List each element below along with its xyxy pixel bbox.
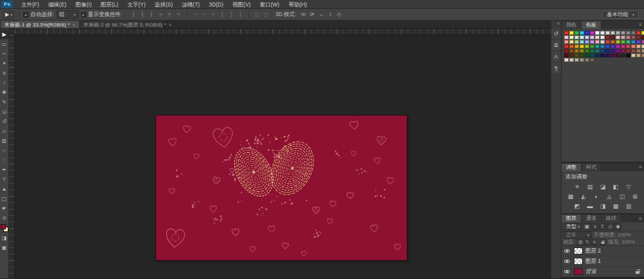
foreground-color-swatch[interactable] <box>1 224 6 229</box>
color-swatch[interactable] <box>595 35 600 39</box>
color-swatch[interactable] <box>585 44 589 48</box>
color-swatch[interactable] <box>621 44 625 48</box>
color-swatch[interactable] <box>585 49 589 53</box>
align-vertical-centers-icon[interactable]: ┿ <box>166 10 174 19</box>
invert-icon[interactable]: ◩ <box>573 202 582 210</box>
history-brush-tool[interactable]: ↺ <box>0 117 8 126</box>
color-swatch[interactable] <box>626 40 630 44</box>
color-swatch[interactable] <box>611 31 615 35</box>
pen-tool[interactable]: ✒ <box>0 165 8 175</box>
color-swatch[interactable] <box>590 58 594 62</box>
clone-stamp-tool[interactable]: ⊔ <box>0 107 8 117</box>
3d-rotate-icon[interactable]: ⟲ <box>299 10 307 19</box>
adjustments-tab-样式[interactable]: 样式 <box>582 164 601 171</box>
color-swatch[interactable] <box>600 40 605 44</box>
color-swatch[interactable] <box>569 53 574 57</box>
exposure-icon[interactable]: ◧ <box>611 182 620 191</box>
color-swatch[interactable] <box>600 31 605 35</box>
color-swatch[interactable] <box>631 49 636 53</box>
panel-menu-icon[interactable]: ≡ <box>639 216 642 222</box>
color-swatch[interactable] <box>636 31 641 35</box>
document-tab-2[interactable]: 未标题-2 @ 66.7%(图层 5, RGB/8) *× <box>80 21 164 28</box>
panel-menu-icon[interactable]: ≡ <box>639 22 642 28</box>
brush-tool[interactable]: ✎ <box>0 97 8 107</box>
menu-item[interactable]: 3D(D) <box>204 0 228 9</box>
screen-mode-button[interactable]: ▣ <box>0 243 8 253</box>
color-swatch[interactable] <box>621 31 625 35</box>
color-swatch[interactable] <box>636 49 641 53</box>
color-swatch[interactable] <box>621 40 625 44</box>
vibrance-icon[interactable]: ▽ <box>624 182 633 191</box>
color-swatch[interactable] <box>631 35 636 39</box>
color-swatch[interactable] <box>641 40 644 44</box>
color-swatch[interactable] <box>641 49 644 53</box>
close-icon[interactable]: × <box>72 22 75 28</box>
color-swatch[interactable] <box>590 53 594 57</box>
color-swatch[interactable] <box>626 35 630 39</box>
lock-transparent-pixels-icon[interactable]: ▨ <box>577 239 583 245</box>
color-swatch[interactable] <box>569 49 574 53</box>
expand-panels-icon[interactable]: « <box>551 21 561 27</box>
align-left-edges-icon[interactable]: ┠ <box>129 10 138 19</box>
color-swatch[interactable] <box>600 44 605 48</box>
photo-filter-icon[interactable]: ◬ <box>605 192 614 200</box>
layers-tab-通道[interactable]: 通道 <box>582 215 601 222</box>
path-selection-tool[interactable]: ▲ <box>0 184 8 194</box>
color-swatch[interactable] <box>574 31 579 35</box>
color-swatch[interactable] <box>564 58 569 62</box>
color-swatch[interactable] <box>580 31 584 35</box>
color-swatch[interactable] <box>621 53 625 57</box>
menu-item[interactable]: 编辑(E) <box>44 0 71 9</box>
app-logo[interactable]: Ps <box>1 1 13 8</box>
auto-blend-icon[interactable]: ◳ <box>262 10 270 19</box>
color-swatch[interactable] <box>590 31 594 35</box>
eraser-tool[interactable]: ▱ <box>0 126 8 136</box>
gradient-tool[interactable]: ▥ <box>0 136 8 146</box>
distribute-vertical-centers-icon[interactable]: ┉ <box>200 10 209 19</box>
color-swatch[interactable] <box>574 40 579 44</box>
color-swatch[interactable] <box>621 35 625 39</box>
color-swatch[interactable] <box>574 44 579 48</box>
color-swatch[interactable] <box>595 53 600 57</box>
posterize-icon[interactable]: ▬ <box>585 202 594 210</box>
color-swatch[interactable] <box>616 53 620 57</box>
menu-item[interactable]: 视图(V) <box>228 0 255 9</box>
document-tab-1[interactable]: 未标题-1 @ 33.3%(RGB/8) *× <box>1 21 80 28</box>
color-swatch[interactable] <box>616 35 620 39</box>
color-swatch[interactable] <box>605 35 610 39</box>
lasso-tool[interactable]: ∽ <box>0 49 8 59</box>
panel-menu-icon[interactable]: ≡ <box>639 164 642 170</box>
align-right-edges-icon[interactable]: ┨ <box>147 10 156 19</box>
color-swatch[interactable] <box>631 53 636 57</box>
color-swatch[interactable] <box>611 49 615 53</box>
crop-tool[interactable]: # <box>0 68 8 78</box>
threshold-icon[interactable]: ◨ <box>598 202 607 210</box>
color-swatch[interactable] <box>600 49 605 53</box>
color-swatch[interactable] <box>641 35 644 39</box>
adjustments-tab-调整[interactable]: 调整 <box>562 164 582 171</box>
color-swatch[interactable] <box>569 44 574 48</box>
color-swatch[interactable] <box>636 40 641 44</box>
visibility-toggle[interactable] <box>564 247 571 255</box>
color-swatch[interactable] <box>636 53 641 57</box>
color-swatch[interactable] <box>595 31 600 35</box>
color-swatch[interactable] <box>641 44 644 48</box>
menu-item[interactable]: 窗口(W) <box>255 0 284 9</box>
paragraph-panel-icon[interactable]: ¶ <box>551 63 561 73</box>
color-balance-icon[interactable]: ◭ <box>579 192 588 200</box>
menu-item[interactable]: 图层(L) <box>96 0 122 9</box>
color-swatch[interactable] <box>590 40 594 44</box>
workspace-switcher[interactable]: 基本功能 ▾ <box>602 10 639 19</box>
menu-item[interactable]: 文字(Y) <box>123 0 150 9</box>
type-tool[interactable]: T <box>0 175 8 184</box>
distribute-horizontal-centers-icon[interactable]: ┋ <box>227 10 236 19</box>
color-swatch[interactable] <box>631 44 636 48</box>
lock-all-icon[interactable] <box>600 239 606 245</box>
healing-brush-tool[interactable]: ✚ <box>0 88 8 97</box>
distribute-top-icon[interactable]: ┅ <box>191 10 200 19</box>
color-swatch[interactable] <box>564 31 569 35</box>
color-swatch[interactable] <box>564 49 569 53</box>
color-swatch[interactable] <box>574 53 579 57</box>
color-swatch[interactable] <box>590 49 594 53</box>
color-swatch[interactable] <box>580 40 584 44</box>
